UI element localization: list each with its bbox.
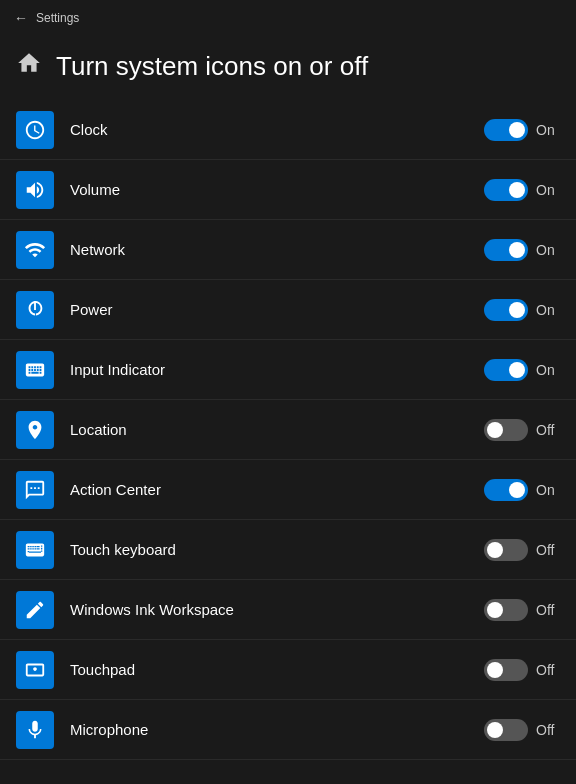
toggle-thumb-touchpad bbox=[487, 662, 503, 678]
toggle-container-touchpad: Off bbox=[484, 659, 560, 681]
setting-label-windows-ink: Windows Ink Workspace bbox=[70, 601, 484, 618]
toggle-container-action-center: On bbox=[484, 479, 560, 501]
clock-icon bbox=[16, 111, 54, 149]
toggle-container-network: On bbox=[484, 239, 560, 261]
toggle-thumb-volume bbox=[509, 182, 525, 198]
toggle-label-clock: On bbox=[536, 122, 560, 138]
page-title: Turn system icons on or off bbox=[56, 51, 368, 82]
toggle-thumb-windows-ink bbox=[487, 602, 503, 618]
setting-label-clock: Clock bbox=[70, 121, 484, 138]
setting-item-power: PowerOn bbox=[0, 280, 576, 340]
setting-item-windows-ink: Windows Ink WorkspaceOff bbox=[0, 580, 576, 640]
toggle-container-location: Off bbox=[484, 419, 560, 441]
setting-item-volume: VolumeOn bbox=[0, 160, 576, 220]
toggle-label-action-center: On bbox=[536, 482, 560, 498]
toggle-label-touch-keyboard: Off bbox=[536, 542, 560, 558]
title-bar: ← Settings bbox=[0, 0, 576, 36]
touch-keyboard-icon bbox=[16, 531, 54, 569]
toggle-touch-keyboard[interactable] bbox=[484, 539, 528, 561]
setting-label-touchpad: Touchpad bbox=[70, 661, 484, 678]
toggle-clock[interactable] bbox=[484, 119, 528, 141]
action-center-icon bbox=[16, 471, 54, 509]
setting-label-touch-keyboard: Touch keyboard bbox=[70, 541, 484, 558]
toggle-input-indicator[interactable] bbox=[484, 359, 528, 381]
volume-icon bbox=[16, 171, 54, 209]
setting-label-action-center: Action Center bbox=[70, 481, 484, 498]
home-icon bbox=[16, 50, 42, 82]
toggle-container-clock: On bbox=[484, 119, 560, 141]
setting-item-touchpad: TouchpadOff bbox=[0, 640, 576, 700]
setting-label-volume: Volume bbox=[70, 181, 484, 198]
toggle-label-windows-ink: Off bbox=[536, 602, 560, 618]
toggle-action-center[interactable] bbox=[484, 479, 528, 501]
power-icon bbox=[16, 291, 54, 329]
toggle-windows-ink[interactable] bbox=[484, 599, 528, 621]
toggle-container-microphone: Off bbox=[484, 719, 560, 741]
setting-label-power: Power bbox=[70, 301, 484, 318]
toggle-container-power: On bbox=[484, 299, 560, 321]
toggle-volume[interactable] bbox=[484, 179, 528, 201]
setting-label-network: Network bbox=[70, 241, 484, 258]
setting-item-input-indicator: Input IndicatorOn bbox=[0, 340, 576, 400]
setting-item-location: LocationOff bbox=[0, 400, 576, 460]
setting-item-network: NetworkOn bbox=[0, 220, 576, 280]
setting-label-input-indicator: Input Indicator bbox=[70, 361, 484, 378]
keyboard-icon bbox=[16, 351, 54, 389]
title-bar-text: Settings bbox=[36, 11, 79, 25]
setting-item-touch-keyboard: Touch keyboardOff bbox=[0, 520, 576, 580]
toggle-thumb-microphone bbox=[487, 722, 503, 738]
settings-list: ClockOnVolumeOnNetworkOnPowerOnInput Ind… bbox=[0, 100, 576, 760]
back-button[interactable]: ← bbox=[14, 10, 28, 26]
location-icon bbox=[16, 411, 54, 449]
toggle-location[interactable] bbox=[484, 419, 528, 441]
toggle-container-input-indicator: On bbox=[484, 359, 560, 381]
toggle-label-input-indicator: On bbox=[536, 362, 560, 378]
toggle-thumb-action-center bbox=[509, 482, 525, 498]
toggle-label-volume: On bbox=[536, 182, 560, 198]
toggle-label-touchpad: Off bbox=[536, 662, 560, 678]
network-icon bbox=[16, 231, 54, 269]
setting-label-location: Location bbox=[70, 421, 484, 438]
ink-icon bbox=[16, 591, 54, 629]
toggle-touchpad[interactable] bbox=[484, 659, 528, 681]
toggle-container-volume: On bbox=[484, 179, 560, 201]
microphone-icon bbox=[16, 711, 54, 749]
toggle-label-power: On bbox=[536, 302, 560, 318]
page-header: Turn system icons on or off bbox=[0, 36, 576, 100]
setting-item-microphone: MicrophoneOff bbox=[0, 700, 576, 760]
toggle-thumb-clock bbox=[509, 122, 525, 138]
toggle-thumb-input-indicator bbox=[509, 362, 525, 378]
setting-label-microphone: Microphone bbox=[70, 721, 484, 738]
toggle-container-windows-ink: Off bbox=[484, 599, 560, 621]
touchpad-icon bbox=[16, 651, 54, 689]
toggle-label-location: Off bbox=[536, 422, 560, 438]
setting-item-action-center: Action CenterOn bbox=[0, 460, 576, 520]
toggle-microphone[interactable] bbox=[484, 719, 528, 741]
toggle-label-microphone: Off bbox=[536, 722, 560, 738]
toggle-thumb-network bbox=[509, 242, 525, 258]
toggle-label-network: On bbox=[536, 242, 560, 258]
toggle-power[interactable] bbox=[484, 299, 528, 321]
toggle-network[interactable] bbox=[484, 239, 528, 261]
setting-item-clock: ClockOn bbox=[0, 100, 576, 160]
toggle-thumb-power bbox=[509, 302, 525, 318]
toggle-thumb-touch-keyboard bbox=[487, 542, 503, 558]
toggle-thumb-location bbox=[487, 422, 503, 438]
toggle-container-touch-keyboard: Off bbox=[484, 539, 560, 561]
